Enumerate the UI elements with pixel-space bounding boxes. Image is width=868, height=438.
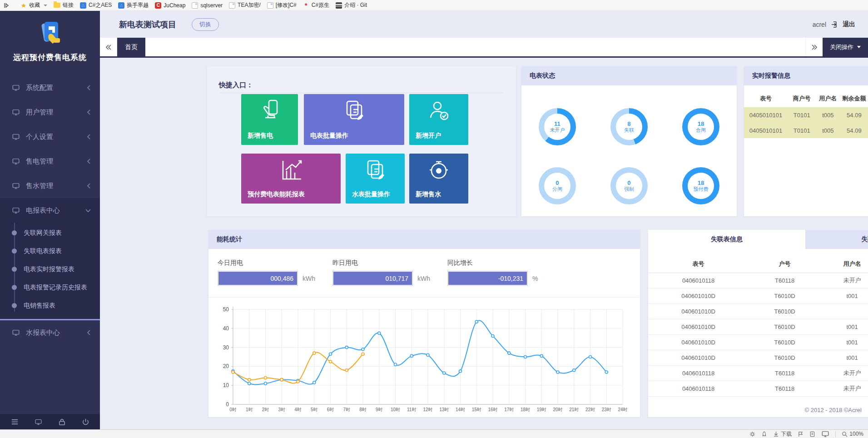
statusbar-monitor-icon[interactable] [821,430,829,438]
tile-label: 新增售电 [248,132,273,140]
stat-label: 今日用电 [218,259,298,267]
tab-home[interactable]: 首页 [117,38,145,56]
table-cell: T6010D [749,304,821,319]
flag-icon [798,431,804,437]
donut-cell: 18预付费 [665,156,737,215]
stat-unit: % [532,275,538,282]
donut-value: 8 [627,121,630,127]
table-row: 0406010118T60118未开户失联 [648,381,868,396]
statusbar-rocket-icon[interactable] [761,431,767,437]
statusbar-page-icon[interactable] [809,431,815,437]
bookmark-item-9[interactable]: 介绍 · Git [332,0,370,10]
monitor-icon [12,206,20,214]
close-operations-dropdown[interactable]: 关闭操作 [823,38,868,56]
bookmark-label: sqlserver [200,2,223,9]
close-operations-label: 关闭操作 [830,43,853,51]
chevron-left-icon [87,134,91,139]
user-check-icon [426,98,451,123]
page-icon [192,2,198,9]
quick-entry-panel: 快捷入口： 新增售电电表批量操作新增开户预付费电表能耗报表水表批量操作新增售水 [207,66,516,216]
quick-tile-新增开户[interactable]: 新增开户 [409,94,468,145]
sidebar-subitem-电表实时报警报表[interactable]: 电表实时报警报表 [0,260,100,278]
quick-tile-预付费电表能耗报表[interactable]: 预付费电表能耗报表 [241,154,341,204]
sidebar-subitem-电表报警记录历史报表[interactable]: 电表报警记录历史报表 [0,278,100,296]
data-table: 表号商户号用户名剩余金额报警状态已断电过载0405010101T0101t005… [744,90,868,138]
sidebar-item-label: 用户管理 [26,108,87,117]
logout-button[interactable]: 退出 [843,20,855,29]
table-cell: t005 [816,107,840,123]
donut-value: 0 [627,180,630,186]
sidebar-subitem-电销售报表[interactable]: 电销售报表 [0,296,100,314]
alarm-panel: 实时报警信息 更多 表号商户号用户名剩余金额报警状态已断电过载040501010… [744,66,868,216]
table-cell: T60118 [749,273,821,288]
sidebar-item-水报表中心[interactable]: 水报表中心 [0,320,100,345]
sidebar-item-售电管理[interactable]: 售电管理 [0,149,100,174]
quick-tile-电表批量操作[interactable]: 电表批量操作 [304,94,404,145]
table-cell: 0405010101 [744,107,788,123]
statusbar-download-icon[interactable]: 下载 [773,430,792,438]
sidebar: 远程预付费售电系统 系统配置用户管理个人设置售电管理售水管理电报表中心失联网关报… [0,11,100,429]
bookmark-item-1[interactable]: 链接 [50,0,77,10]
table-cell: 040601010D [648,304,749,319]
switch-project-button[interactable]: 切换 [192,18,219,31]
tile-label: 新增售水 [416,190,441,199]
tab-失联表信息[interactable]: 失联表信息 [648,230,805,249]
table-row: 0405010101T0101t00554.09告警1合闸正常用电 [744,107,868,123]
donut-未开户: 11未开户 [539,108,576,145]
sidebar-subitem-失联网关报表[interactable]: 失联网关报表 [0,224,100,242]
tabs-scroll-left-button[interactable] [100,38,117,56]
donut-value: 18 [698,180,704,186]
bookmark-item-8[interactable]: *C#原生 [300,0,332,10]
bookmark-label: 介绍 · Git [344,1,367,9]
svg-text:50: 50 [223,306,229,313]
app-logo [0,11,100,49]
rocket-icon [761,431,767,437]
sidebar-item-售水管理[interactable]: 售水管理 [0,174,100,198]
sidebar-item-个人设置[interactable]: 个人设置 [0,124,100,149]
bookmark-item-6[interactable]: TEA加密/ [226,0,264,10]
tile-label: 预付费电表能耗报表 [248,190,305,199]
sidebar-item-电报表中心[interactable]: 电报表中心 [0,198,100,223]
quick-tile-新增售电[interactable]: 新增售电 [241,94,298,145]
donut-value: 11 [554,121,560,127]
bookmark-item-2[interactable]: ∴C#之AES [77,0,115,10]
chevron-down-icon [85,209,91,213]
svg-text:20: 20 [223,363,229,369]
bookmark-item-7[interactable]: [修改]C# [264,0,300,10]
lock-icon[interactable] [58,418,66,426]
bookmark-item-4[interactable]: CJuCheap [152,1,188,10]
donut-label: 分闸 [552,186,562,192]
statusbar-gear-icon[interactable] [749,431,755,437]
logout-icon[interactable] [831,21,838,28]
paw-icon: ∴ [118,2,124,9]
sidebar-item-label: 电报表中心 [26,206,85,215]
zoom-control[interactable]: 100% [842,431,863,437]
pin-panel-icon[interactable] [4,3,9,8]
donut-分闸: 0分闸 [539,167,576,204]
tabs-scroll-right-button[interactable] [805,38,823,56]
bookmarks-bar: ★收藏链接∴C#之AES∴换手率越CJuCheapsqlserverTEA加密/… [0,0,868,11]
quick-tile-水表批量操作[interactable]: 水表批量操作 [346,154,405,204]
table-cell: T6010D [749,319,821,334]
table-cell: 54.09 [840,107,868,123]
menu-icon[interactable] [11,418,19,426]
sidebar-item-系统配置[interactable]: 系统配置 [0,75,100,100]
bookmark-item-5[interactable]: sqlserver [188,1,226,10]
bookmark-item-3[interactable]: ∴换手率越 [115,0,152,10]
bookmarks-list: ★收藏链接∴C#之AES∴换手率越CJuCheapsqlserverTEA加密/… [17,0,370,10]
table-cell: t001 [821,334,868,350]
statusbar-flag-icon[interactable] [798,431,804,437]
bookmark-item-0[interactable]: ★收藏 [17,0,50,10]
meter-status-title: 电表状态 [530,72,555,80]
power-icon[interactable] [82,418,89,426]
sidebar-subitem-失联电表报表[interactable]: 失联电表报表 [0,242,100,260]
donut-label: 失联 [624,127,634,133]
sidebar-item-用户管理[interactable]: 用户管理 [0,100,100,124]
folder-icon [54,3,60,8]
quick-tile-新增售水[interactable]: 新增售水 [409,154,468,204]
tab-失联通讯管理机[interactable]: 失联通讯管理机 [805,230,868,249]
table-cell: 未开户 [821,365,868,381]
svg-text:24时: 24时 [618,407,627,412]
monitor-icon[interactable] [35,418,42,426]
energy-line-chart: 010203040500时1时2时3时4时5时6时7时8时9时10时11时12时… [216,302,630,415]
